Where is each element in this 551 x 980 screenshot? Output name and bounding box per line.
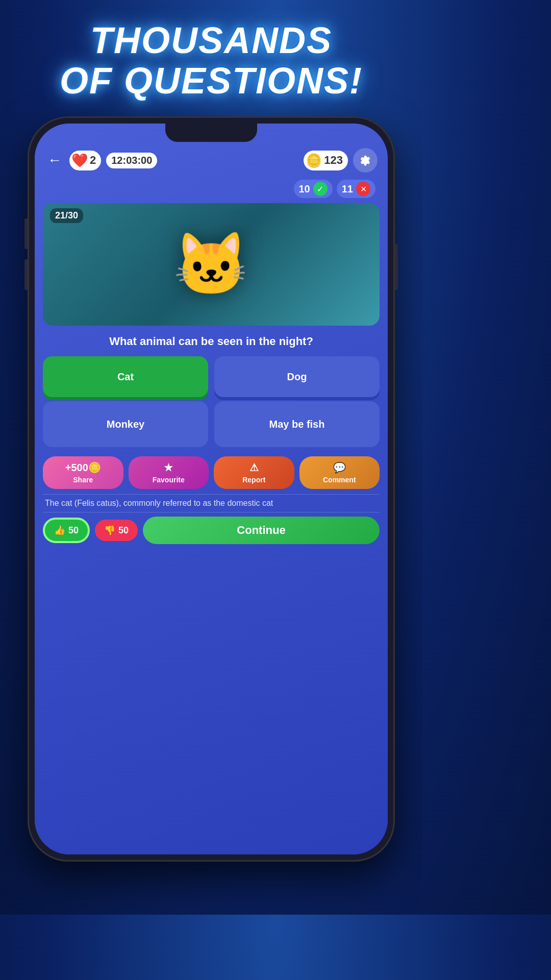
- comment-icon: 💬: [333, 461, 346, 474]
- star-icon: ★: [164, 461, 173, 474]
- coins-count: 123: [324, 154, 343, 167]
- correct-score-badge: 10 ✓: [294, 180, 333, 198]
- report-label: Report: [242, 476, 265, 484]
- volume-down-button: [24, 259, 28, 290]
- coins-badge: 🪙 123: [304, 151, 348, 170]
- share-icon: +500🪙: [65, 461, 101, 474]
- favourite-label: Favourite: [153, 476, 185, 484]
- notch: [165, 124, 257, 142]
- title-area: THOUSANDS OF QUESTIONS!: [49, 0, 373, 111]
- score-row: 10 ✓ 11 ✕: [35, 178, 388, 200]
- x-icon: ✕: [356, 182, 370, 196]
- share-button[interactable]: +500🪙 Share: [43, 456, 123, 489]
- answer-maybefish-label: May be fish: [269, 419, 325, 430]
- timer-text: 12:03:00: [111, 155, 152, 166]
- phone-inner: ← ❤️ 2 12:03:00 🪙 123: [35, 124, 388, 854]
- answers-grid: Monkey May be fish: [43, 401, 380, 447]
- heart-icon: ❤️: [71, 153, 88, 168]
- question-image: 21/30 🐱: [43, 203, 380, 326]
- share-label: Share: [73, 476, 93, 484]
- timer-badge: 12:03:00: [106, 153, 157, 168]
- action-row: +500🪙 Share ★ Favourite ⚠ Report 💬 Comme…: [43, 456, 380, 489]
- thumbs-up-count: 50: [68, 525, 79, 536]
- volume-up-button: [24, 218, 28, 249]
- phone-body: ← ❤️ 2 12:03:00 🪙 123: [28, 116, 395, 862]
- lives-badge: ❤️ 2: [69, 151, 101, 170]
- continue-button[interactable]: Continue: [143, 517, 380, 544]
- warning-icon: ⚠: [249, 461, 259, 474]
- thumbs-up-icon: 👍: [54, 525, 65, 536]
- thumbs-up-button[interactable]: 👍 50: [43, 518, 90, 543]
- question-text: What animal can be seen in the night?: [35, 329, 388, 352]
- info-text: The cat (Felis catus), commonly referred…: [35, 495, 388, 512]
- thumbs-down-icon: 👎: [104, 525, 115, 536]
- answers-top-row: Cat Dog: [43, 356, 380, 397]
- thumbs-down-count: 50: [118, 525, 129, 536]
- thumbs-down-button[interactable]: 👎 50: [95, 520, 138, 541]
- phone-mockup: ← ❤️ 2 12:03:00 🪙 123: [28, 116, 395, 862]
- phone-screen: ← ❤️ 2 12:03:00 🪙 123: [35, 124, 388, 854]
- bottom-row: 👍 50 👎 50 Continue: [35, 512, 388, 554]
- continue-label: Continue: [237, 524, 285, 536]
- answer-monkey-label: Monkey: [107, 419, 144, 430]
- back-button[interactable]: ←: [45, 150, 64, 171]
- comment-button[interactable]: 💬 Comment: [299, 456, 380, 489]
- answer-maybefish[interactable]: May be fish: [214, 401, 380, 447]
- coin-icon: 🪙: [306, 153, 322, 168]
- gear-icon: [359, 154, 371, 166]
- answer-cat[interactable]: Cat: [43, 356, 208, 397]
- cat-emoji: 🐱: [43, 203, 380, 326]
- incorrect-score: 11: [342, 183, 353, 195]
- answer-dog[interactable]: Dog: [214, 356, 380, 397]
- answer-monkey[interactable]: Monkey: [43, 401, 208, 447]
- comment-label: Comment: [323, 476, 356, 484]
- incorrect-score-badge: 11 ✕: [337, 180, 375, 198]
- correct-score: 10: [299, 183, 310, 195]
- answer-cat-label: Cat: [117, 371, 134, 383]
- settings-button[interactable]: [353, 148, 378, 173]
- answer-dog-label: Dog: [287, 371, 307, 383]
- lives-count: 2: [90, 154, 96, 167]
- report-button[interactable]: ⚠ Report: [214, 456, 294, 489]
- favourite-button[interactable]: ★ Favourite: [129, 456, 209, 489]
- power-button: [395, 244, 398, 290]
- main-title: THOUSANDS OF QUESTIONS!: [60, 20, 363, 101]
- check-icon: ✓: [313, 182, 328, 196]
